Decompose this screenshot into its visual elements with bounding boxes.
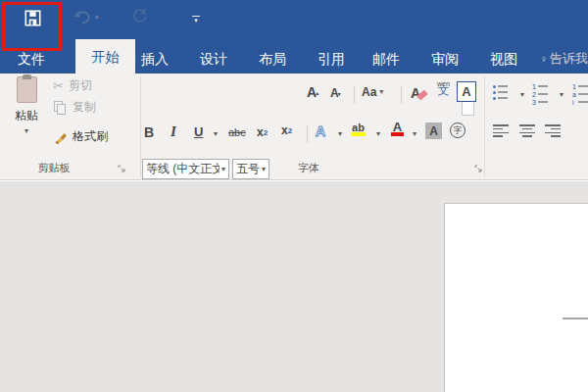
enclose-characters-button[interactable]: 字 — [450, 122, 466, 138]
highlight-color-button[interactable]: ab — [351, 122, 366, 136]
bold-button[interactable]: B — [144, 124, 154, 140]
strikethrough-glyph: abc — [228, 126, 246, 138]
separator — [401, 86, 402, 104]
align-right-button[interactable] — [545, 124, 561, 137]
superscript-digit: 2 — [288, 126, 292, 135]
text-effects-button[interactable]: A — [316, 123, 325, 139]
font-color-button[interactable]: A — [391, 122, 404, 136]
grow-font-button[interactable]: A▴ — [307, 84, 318, 100]
highlight-glyph: ab — [352, 122, 365, 132]
document-canvas[interactable] — [0, 181, 588, 392]
copy-button[interactable]: 复制 — [54, 99, 96, 116]
subscript-button[interactable]: x2 — [257, 125, 268, 139]
tell-me-label: 告诉我 — [550, 50, 588, 68]
title-bar: ▾ ▾ 文件 开始 插入 设计 布局 引用 邮件 审阅 视图 告诉我 — [0, 0, 588, 74]
paste-clipboard-icon — [17, 76, 37, 103]
change-case-glyph: Aa — [362, 85, 376, 99]
font-name-value: 等线 (中文正文 — [146, 161, 220, 177]
highlight-color-swatch — [351, 132, 366, 136]
superscript-base: x — [281, 123, 288, 137]
italic-button[interactable]: I — [171, 123, 176, 140]
clipboard-dialog-launcher-icon[interactable] — [118, 165, 126, 173]
subscript-base: x — [257, 125, 264, 139]
shrink-font-button[interactable]: A▾ — [330, 86, 341, 100]
chevron-down-icon: ▾ — [379, 88, 383, 96]
clear-formatting-button[interactable]: A — [411, 83, 428, 103]
tab-references[interactable]: 引用 — [302, 44, 361, 74]
qat-customize-button[interactable]: ▾ — [188, 11, 204, 26]
tab-view[interactable]: 视图 — [474, 44, 533, 74]
strikethrough-button[interactable]: abc — [228, 126, 246, 138]
document-page[interactable] — [444, 203, 588, 392]
lightbulb-icon — [542, 52, 546, 67]
word-window: ▾ ▾ 文件 开始 插入 设计 布局 引用 邮件 审阅 视图 告诉我 — [0, 0, 588, 392]
font-color-glyph: A — [393, 122, 402, 132]
align-center-button[interactable] — [519, 124, 535, 137]
font-color-dropdown-icon[interactable]: ▾ — [413, 130, 416, 138]
character-shading-glyph: A — [425, 122, 442, 139]
multilevel-list-button[interactable]: 1 a i — [572, 82, 588, 106]
change-case-button[interactable]: Aa ▾ — [362, 85, 383, 99]
redo-button[interactable] — [129, 7, 149, 24]
undo-dropdown[interactable]: ▾ — [95, 14, 99, 22]
tab-insert[interactable]: 插入 — [125, 44, 184, 74]
character-border-button[interactable]: A — [457, 81, 476, 102]
bullets-button[interactable] — [493, 83, 508, 101]
cut-button[interactable]: ✂ 剪切 — [53, 77, 92, 94]
tab-design[interactable]: 设计 — [184, 44, 243, 74]
text-effects-glyph: A — [316, 123, 325, 139]
paste-dropdown-icon[interactable]: ▾ — [24, 127, 28, 135]
phonetic-char-text: 文 — [437, 87, 449, 94]
align-right-icon — [545, 124, 561, 137]
document-horizontal-line — [563, 318, 588, 319]
character-shading-button[interactable]: A — [425, 122, 442, 139]
ribbon-home: 粘贴 ▾ ✂ 剪切 复制 格式刷 剪贴板 等线 (中文正文 — [0, 74, 588, 180]
font-size-combo[interactable]: 五号 ▾ — [232, 159, 270, 179]
highlight-dropdown-icon[interactable]: ▾ — [376, 130, 380, 138]
tab-mailings[interactable]: 邮件 — [359, 44, 414, 74]
save-button[interactable] — [18, 4, 47, 31]
undo-button[interactable] — [71, 8, 94, 25]
tab-review[interactable]: 审阅 — [416, 44, 474, 74]
format-painter-icon — [54, 130, 68, 144]
group-separator — [140, 76, 141, 176]
format-painter-label: 格式刷 — [73, 128, 108, 145]
redo-icon — [131, 8, 148, 24]
italic-glyph: I — [171, 123, 176, 140]
underline-dropdown-icon[interactable]: ▾ — [214, 130, 218, 138]
font-group-label: 字体 — [270, 161, 348, 175]
copy-icon — [54, 101, 67, 115]
numbering-button[interactable]: 1 2 3 — [532, 82, 548, 106]
bullet-dot-icon — [493, 85, 496, 88]
subscript-digit: 2 — [264, 128, 268, 137]
underline-button[interactable]: U — [194, 124, 203, 139]
undo-icon — [73, 10, 92, 24]
align-left-button[interactable] — [493, 124, 509, 137]
chevron-down-icon: ▾ — [260, 166, 266, 173]
tab-file[interactable]: 文件 — [0, 44, 63, 74]
tab-layout[interactable]: 布局 — [243, 44, 302, 74]
scissors-icon: ✂ — [53, 78, 64, 93]
tell-me-box[interactable]: 告诉我 — [542, 44, 588, 74]
underline-glyph: U — [194, 124, 203, 139]
font-size-value: 五号 — [236, 161, 260, 177]
font-color-swatch — [391, 132, 404, 136]
text-effects-dropdown-icon[interactable]: ▾ — [338, 130, 342, 138]
phonetic-guide-button[interactable]: wén 文 — [437, 80, 450, 94]
caret-down-icon: ▾ — [338, 90, 341, 97]
superscript-button[interactable]: x2 — [281, 123, 292, 137]
font-name-combo[interactable]: 等线 (中文正文 ▾ — [142, 159, 229, 179]
save-icon — [24, 10, 41, 26]
separator — [307, 125, 308, 143]
font-dialog-launcher-icon[interactable] — [474, 165, 483, 173]
align-center-icon — [519, 124, 535, 137]
paste-label: 粘贴 — [15, 108, 38, 124]
format-painter-button[interactable]: 格式刷 — [54, 128, 108, 145]
enclose-characters-glyph: 字 — [450, 122, 466, 138]
cut-label: 剪切 — [69, 77, 92, 94]
paste-button[interactable]: 粘贴 ▾ — [4, 76, 49, 135]
group-separator — [484, 76, 485, 176]
bullets-dropdown-icon[interactable]: ▾ — [520, 91, 524, 99]
chevron-down-icon: ▾ — [220, 166, 225, 173]
numbering-dropdown-icon[interactable]: ▾ — [560, 91, 564, 99]
